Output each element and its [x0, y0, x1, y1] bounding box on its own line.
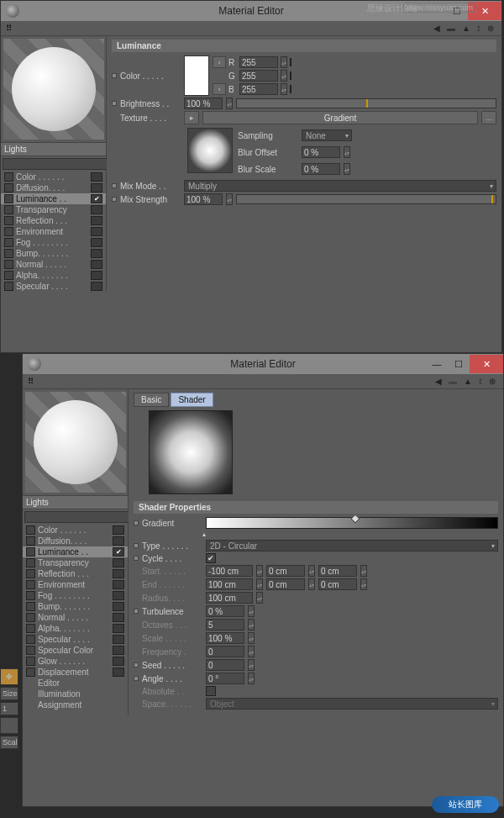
anim-dot[interactable]: [112, 197, 117, 202]
end-z-input[interactable]: 0 cm: [318, 578, 357, 590]
end-y-input[interactable]: 0 cm: [266, 578, 305, 590]
g-input[interactable]: 255: [239, 70, 278, 82]
channel-toggle[interactable]: [113, 657, 124, 666]
channel-row[interactable]: Luminance . .✔: [1, 193, 106, 204]
anim-dot[interactable]: [134, 676, 139, 681]
channel-checkbox[interactable]: [4, 194, 13, 203]
channel-row[interactable]: Alpha. . . . . . .: [23, 623, 128, 634]
channel-toggle[interactable]: [91, 238, 102, 247]
channel-toggle[interactable]: [91, 205, 102, 214]
nav-back-icon[interactable]: ◀: [431, 24, 443, 34]
b-slider[interactable]: [290, 85, 291, 93]
channel-row[interactable]: Fog . . . . . . . .: [1, 237, 106, 248]
new-tab-icon[interactable]: ⊕: [486, 377, 498, 387]
blur-scale-input[interactable]: 0 %: [302, 163, 340, 175]
channel-row[interactable]: Environment: [23, 579, 128, 590]
channel-checkbox[interactable]: [4, 183, 13, 193]
turbulence-input[interactable]: 0 %: [206, 605, 244, 617]
start-z-input[interactable]: 0 cm: [318, 565, 357, 577]
channel-checkbox[interactable]: [26, 635, 35, 644]
titlebar[interactable]: Material Editor 思缘设计论坛 www.missyuan.com …: [1, 1, 501, 21]
shader-preview[interactable]: [149, 410, 233, 494]
channel-toggle[interactable]: [91, 271, 102, 280]
channel-checkbox[interactable]: [4, 216, 13, 225]
search-input[interactable]: [3, 158, 114, 170]
spinner-icon[interactable]: ▴▾: [226, 193, 233, 205]
texture-thumbnail[interactable]: [187, 128, 233, 173]
channel-row[interactable]: Normal . . . . .: [1, 259, 106, 270]
seed-input[interactable]: 0: [206, 659, 244, 671]
anim-dot[interactable]: [112, 73, 117, 78]
sampling-dropdown[interactable]: None: [302, 129, 352, 141]
start-x-input[interactable]: -100 cm: [206, 565, 253, 577]
channel-row[interactable]: Color . . . . . .: [23, 525, 128, 536]
channel-toggle[interactable]: [113, 580, 124, 589]
channel-checkbox[interactable]: [4, 227, 13, 236]
r-input[interactable]: 255: [239, 56, 278, 68]
move-tool-icon[interactable]: ✥: [0, 668, 18, 685]
lock-icon[interactable]: ⟟: [476, 377, 485, 387]
tab-shader[interactable]: Shader: [171, 393, 213, 407]
channel-checkbox[interactable]: [26, 624, 35, 633]
channel-row[interactable]: Normal . . . . .: [23, 612, 128, 623]
b-input[interactable]: 255: [239, 83, 278, 95]
channel-row[interactable]: Diffusion. . . .: [1, 182, 106, 193]
channel-checkbox[interactable]: [26, 558, 35, 567]
maximize-button[interactable]: ☐: [448, 355, 470, 373]
tab-basic[interactable]: Basic: [134, 393, 169, 407]
spinner-icon[interactable]: ▴▾: [344, 163, 350, 175]
nav-up-icon[interactable]: ▲: [459, 24, 473, 34]
channel-row[interactable]: Specular . . . .: [23, 634, 128, 645]
channel-checkbox[interactable]: [26, 547, 35, 557]
channel-toggle[interactable]: [113, 536, 124, 546]
channel-toggle[interactable]: [113, 624, 124, 633]
channel-row[interactable]: Diffusion. . . .: [23, 536, 128, 546]
channel-row[interactable]: Bump. . . . . . .: [1, 248, 106, 259]
anim-dot[interactable]: [134, 609, 139, 614]
gradient-editor[interactable]: [206, 517, 498, 529]
anim-dot[interactable]: [134, 662, 139, 668]
channel-toggle[interactable]: [113, 613, 124, 622]
channel-toggle[interactable]: [91, 282, 102, 291]
channel-checkbox[interactable]: [4, 205, 13, 214]
channel-checkbox[interactable]: [4, 282, 13, 291]
channel-checkbox[interactable]: [26, 613, 35, 622]
channel-toggle[interactable]: [113, 635, 124, 644]
mixmode-dropdown[interactable]: Multiply: [184, 180, 496, 192]
frequency-input[interactable]: 0: [206, 646, 244, 657]
prev-icon[interactable]: ‹: [213, 56, 226, 68]
channel-toggle[interactable]: [91, 260, 102, 269]
close-button[interactable]: ✕: [470, 355, 503, 373]
r-slider[interactable]: [290, 58, 291, 66]
channel-toggle[interactable]: [91, 249, 102, 258]
channel-checkbox[interactable]: [26, 569, 35, 578]
cycle-checkbox[interactable]: ✔: [206, 553, 216, 563]
new-tab-icon[interactable]: ⊕: [485, 24, 496, 34]
type-dropdown[interactable]: 2D - Circular: [206, 540, 498, 551]
channel-checkbox[interactable]: [4, 172, 13, 182]
channel-toggle[interactable]: [91, 172, 102, 182]
gradient-handle-icon[interactable]: ▴: [202, 530, 206, 538]
titlebar[interactable]: Material Editor — ☐ ✕: [23, 354, 503, 374]
channel-toggle[interactable]: [113, 591, 124, 600]
search-input[interactable]: [24, 511, 136, 523]
channel-toggle[interactable]: [91, 227, 102, 236]
radius-input[interactable]: 100 cm: [206, 592, 253, 604]
anim-dot[interactable]: [134, 543, 139, 548]
channel-checkbox[interactable]: [26, 536, 35, 546]
channel-checkbox[interactable]: [4, 271, 13, 280]
nav-up-icon[interactable]: ▲: [461, 377, 475, 387]
spinner-icon[interactable]: ▴▾: [226, 98, 233, 109]
space-dropdown[interactable]: Object: [206, 698, 498, 710]
end-x-input[interactable]: 100 cm: [206, 578, 253, 590]
brightness-input[interactable]: 100 %: [184, 98, 223, 109]
channel-checkbox[interactable]: [26, 580, 35, 589]
lock-icon[interactable]: ⟟: [475, 24, 483, 34]
anim-dot[interactable]: [134, 520, 139, 525]
channel-toggle[interactable]: ✔: [91, 194, 102, 203]
channel-toggle[interactable]: ✔: [113, 547, 124, 557]
channel-row[interactable]: Specular Color: [23, 645, 128, 656]
next-icon[interactable]: ›: [213, 83, 226, 95]
channel-checkbox[interactable]: [26, 525, 35, 535]
blur-offset-input[interactable]: 0 %: [302, 146, 340, 158]
